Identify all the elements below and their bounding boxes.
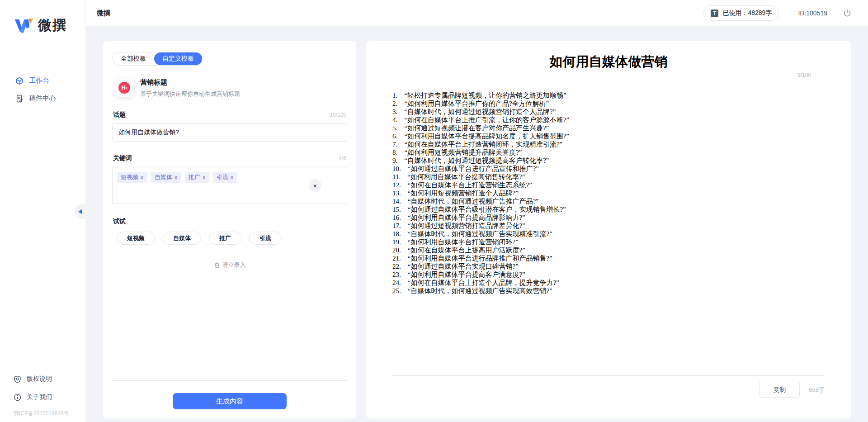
logout-button[interactable] <box>843 9 852 18</box>
generated-title-item: 20. “如何在自媒体平台上提高用户活跃度?” <box>392 246 825 254</box>
keywords-input[interactable]: 短视频 x 自媒体 x 推广 x <box>112 167 347 204</box>
user-id: ID:100519 <box>798 9 827 17</box>
topic-label: 话题 <box>113 111 126 119</box>
generated-title-item: 11. “如何利用自媒体平台提高销售转化率?” <box>392 173 825 181</box>
generated-title-item: 7. “如何在自媒体平台上打造营销闭环，实现精准引流?” <box>392 140 825 148</box>
item-text: “如何在自媒体平台上打造营销生态系统?” <box>408 181 532 189</box>
item-text: “如何在自媒体平台上打造个人品牌，提升竞争力?” <box>408 279 559 287</box>
item-number: 13. <box>392 189 401 197</box>
sidebar-item-label: 工作台 <box>29 76 49 85</box>
keywords-field-header: 关键词 4/6 <box>112 154 347 162</box>
divider <box>112 380 347 381</box>
item-number: 17. <box>392 222 401 230</box>
info-icon <box>14 394 21 401</box>
keyword-tag[interactable]: 自媒体 x <box>151 172 181 183</box>
generated-title-item: 24. “如何在自媒体平台上打造个人品牌，提升竞争力?” <box>392 279 825 287</box>
result-footer: 复制 658字 <box>392 382 825 398</box>
generated-title-item: 1. “轻松打造专属品牌短视频，让你的营销之路更加顺畅” <box>392 91 825 100</box>
generated-title-item: 14. “自媒体时代，如何通过视频广告推广产品?” <box>392 197 825 205</box>
suggest-chip[interactable]: 推广 <box>209 232 241 245</box>
generated-title-item: 6. “如何利用自媒体平台提高品牌知名度，扩大销售范围?” <box>392 132 825 140</box>
item-text: “如何利用自媒体平台提高客户满意度?” <box>408 270 525 279</box>
chevron-left-icon <box>78 209 82 214</box>
usage-badge[interactable]: T 已使用：48289字 <box>703 5 779 21</box>
generated-title-item: 17. “如何通过短视频营销打造品牌差异化?” <box>392 222 825 230</box>
item-text: “如何通过短视频让潜在客户对你产品产生兴趣?” <box>404 124 549 132</box>
item-text: “如何利用自媒体平台进行品牌推广和产品销售?” <box>408 254 552 262</box>
item-text: “自媒体时代，如何通过短视频营销打造个人品牌?” <box>404 108 556 116</box>
copyright-link[interactable]: 版权说明 <box>0 370 85 388</box>
usage-label: 已使用：48289字 <box>722 9 772 17</box>
remove-tag-icon[interactable]: x <box>175 174 177 180</box>
suggest-chips: 短视频 自媒体 推广 引流 <box>112 232 347 245</box>
sidebar-collapse-button[interactable] <box>75 204 85 219</box>
generated-title-item: 19. “如何利用自媒体平台打造营销闭环?” <box>392 238 825 246</box>
footer-link-label: 版权说明 <box>27 375 52 383</box>
tab-all-templates[interactable]: 全部模板 <box>113 52 154 65</box>
keyword-tag[interactable]: 引流 x <box>213 172 237 183</box>
copy-button[interactable]: 复制 <box>759 382 800 398</box>
word-count-icon: T <box>711 9 718 17</box>
keyword-tag[interactable]: 短视频 x <box>117 172 147 183</box>
h1-badge-icon: H1 <box>115 78 134 97</box>
tab-custom-templates[interactable]: 自定义模板 <box>154 52 202 65</box>
suggest-chip[interactable]: 短视频 <box>117 232 155 245</box>
template-card[interactable]: H1 营销标题 基于关键词快速帮你自动生成营销标题 <box>112 78 347 98</box>
item-text: “自媒体时代，如何通过短视频提高客户转化率?” <box>404 156 549 165</box>
content-area: 全部模板 自定义模板 H1 营销标题 基于关键词快速帮你自动生成营销标题 话题 … <box>86 27 868 422</box>
template-form-panel: 全部模板 自定义模板 H1 营销标题 基于关键词快速帮你自动生成营销标题 话题 … <box>103 41 356 418</box>
clear-input-button[interactable]: 清空录入 <box>112 261 347 269</box>
page-title: 微撰 <box>97 9 110 18</box>
item-number: 3. <box>392 108 397 116</box>
item-text: “如何通过自媒体平台吸引潜在客户，实现销售增长?” <box>408 205 566 213</box>
item-number: 16. <box>392 213 401 222</box>
item-number: 5. <box>392 124 397 132</box>
brand-logo: 微撰 <box>14 16 85 35</box>
item-number: 11. <box>392 173 401 181</box>
item-number: 2. <box>392 100 397 108</box>
keyword-tag-label: 短视频 <box>121 173 138 181</box>
remove-tag-icon[interactable]: x <box>231 174 233 180</box>
keyword-tag[interactable]: 推广 x <box>185 172 209 183</box>
item-number: 4. <box>392 116 397 124</box>
topbar-right: T 已使用：48289字 ID:100519 <box>703 5 852 21</box>
suggest-chip[interactable]: 引流 <box>249 232 282 245</box>
sidebar-item-drafts[interactable]: 稿件中心 <box>0 90 85 107</box>
generate-button[interactable]: 生成内容 <box>173 393 287 409</box>
remove-tag-icon[interactable]: x <box>203 174 205 180</box>
brand-name: 微撰 <box>38 16 67 35</box>
generated-title-item: 8. “如何利用短视频营销提升品牌美誉度?” <box>392 148 825 156</box>
sidebar: 微撰 工作台 稿件中心 <box>0 0 86 422</box>
item-text: “自媒体时代，如何通过视频广告实现精准引流?” <box>408 230 552 238</box>
brand-logo-icon <box>14 17 33 34</box>
generated-title-item: 10. “如何通过自媒体平台进行产品宣传和推广?” <box>392 165 825 173</box>
item-text: “自媒体时代，如何通过视频广告实现高效营销?” <box>408 287 552 295</box>
suggest-chip[interactable]: 自媒体 <box>163 232 201 245</box>
item-number: 14. <box>392 197 401 205</box>
item-number: 8. <box>392 148 397 156</box>
template-tabs: 全部模板 自定义模板 <box>112 52 203 66</box>
form-footer: 生成内容 <box>112 380 347 409</box>
item-number: 6. <box>392 132 397 140</box>
keyword-tags: 短视频 x 自媒体 x 推广 x <box>117 172 342 183</box>
item-text: “如何在自媒体平台上提高用户活跃度?” <box>408 246 525 254</box>
item-number: 24. <box>392 279 401 287</box>
sidebar-item-workspace[interactable]: 工作台 <box>0 72 85 90</box>
template-description: 基于关键词快速帮你自动生成营销标题 <box>140 90 240 98</box>
item-text: “如何利用短视频营销提升品牌美誉度?” <box>404 148 522 156</box>
topic-input[interactable] <box>112 123 347 142</box>
keyword-tag-label: 自媒体 <box>155 173 172 181</box>
clear-keywords-button[interactable]: × <box>309 179 321 192</box>
remove-tag-icon[interactable]: x <box>141 174 143 180</box>
divider <box>392 79 825 79</box>
generated-title-item: 9. “自媒体时代，如何通过短视频提高客户转化率?” <box>392 156 825 165</box>
result-panel: 如何用自媒体做营销 9/100 1. “轻松打造专属品牌短视频，让你的营销之路更… <box>366 41 851 418</box>
generated-title-item: 2. “如何利用自媒体平台推广你的产品?全方位解析” <box>392 100 825 108</box>
trash-icon <box>214 262 220 268</box>
item-number: 21. <box>392 254 401 262</box>
sidebar-footer: 版权说明 关于我们 鄂ICP备2022016946号 <box>0 370 85 422</box>
keyword-tag-label: 推广 <box>189 173 200 181</box>
keyword-tag-label: 引流 <box>217 173 228 181</box>
about-link[interactable]: 关于我们 <box>0 388 85 406</box>
divider <box>392 375 825 376</box>
